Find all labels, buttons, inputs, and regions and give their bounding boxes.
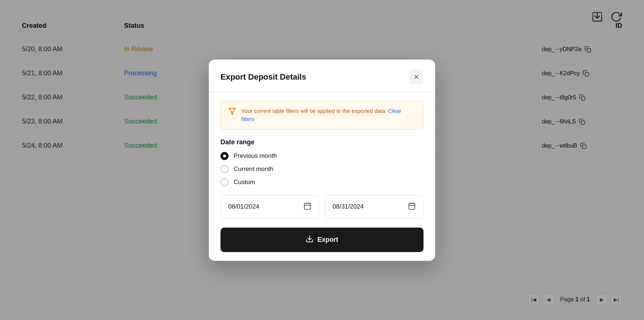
date-inputs: 08/01/2024 08/31/2024 — [221, 195, 423, 219]
modal-overlay: Export Deposit Details ✕ Your current ta… — [0, 0, 644, 320]
radio-custom-label: Custom — [234, 179, 255, 186]
end-date-value: 08/31/2024 — [333, 203, 364, 210]
radio-current-month-indicator — [221, 165, 229, 173]
export-modal: Export Deposit Details ✕ Your current ta… — [209, 60, 435, 261]
filter-icon — [228, 107, 236, 117]
end-date-input[interactable]: 08/31/2024 — [325, 195, 423, 219]
radio-current-month-label: Current month — [234, 165, 273, 173]
svg-rect-8 — [304, 203, 311, 209]
radio-custom[interactable]: Custom — [221, 178, 423, 186]
filter-banner: Your current table filters will be appli… — [221, 101, 423, 130]
svg-rect-12 — [409, 203, 415, 209]
modal-body: Your current table filters will be appli… — [209, 92, 435, 261]
svg-marker-7 — [229, 108, 235, 114]
export-button[interactable]: Export — [221, 228, 423, 252]
radio-previous-month-label: Previous month — [234, 152, 277, 160]
radio-group: Previous month Current month Custom — [221, 152, 423, 186]
end-date-calendar-icon — [408, 202, 416, 212]
modal-title: Export Deposit Details — [221, 72, 306, 82]
radio-custom-indicator — [221, 178, 229, 186]
start-date-calendar-icon — [303, 202, 311, 212]
date-range-title: Date range — [221, 138, 423, 146]
start-date-value: 08/01/2024 — [228, 203, 259, 210]
radio-current-month[interactable]: Current month — [221, 165, 423, 173]
modal-header: Export Deposit Details ✕ — [209, 60, 435, 92]
start-date-input[interactable]: 08/01/2024 — [221, 195, 319, 219]
banner-text: Your current table filters will be appli… — [241, 107, 416, 123]
export-button-label: Export — [317, 236, 338, 244]
export-button-icon — [306, 235, 314, 245]
radio-previous-month[interactable]: Previous month — [221, 152, 423, 160]
close-button[interactable]: ✕ — [409, 70, 423, 84]
radio-previous-month-indicator — [221, 152, 229, 160]
